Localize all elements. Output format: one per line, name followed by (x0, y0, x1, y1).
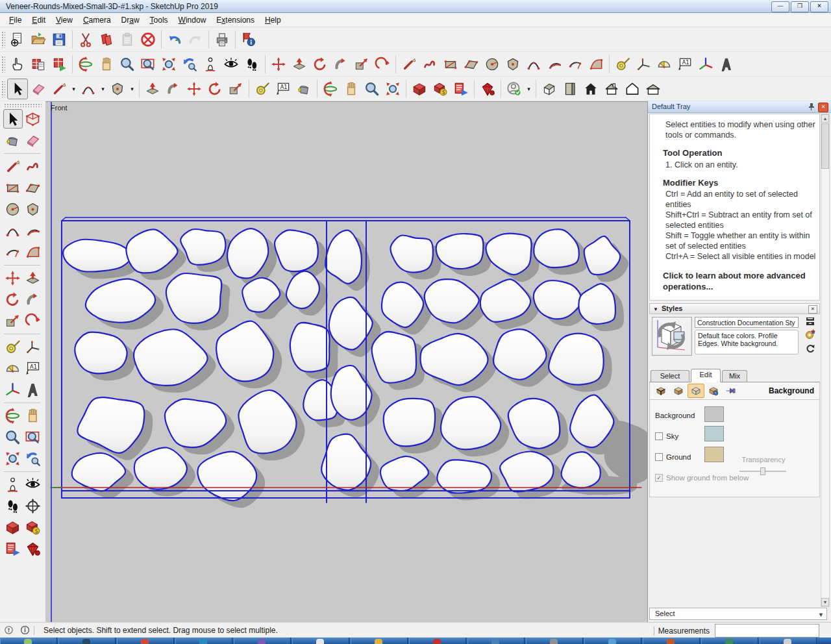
ground-color-swatch[interactable] (704, 447, 724, 462)
axes-button[interactable] (3, 380, 23, 399)
arc-2pt-button[interactable] (3, 221, 23, 240)
arc-button[interactable] (3, 242, 23, 262)
text-button[interactable]: A1 (675, 54, 695, 75)
taskbar-button[interactable] (701, 638, 758, 644)
3d-text-button[interactable] (716, 54, 737, 75)
claim-credits-icon[interactable] (20, 625, 30, 635)
style-description-field[interactable]: Default face colors. Profile Edges. Whit… (695, 330, 799, 354)
pin-icon[interactable] (807, 103, 815, 111)
erase-button[interactable] (138, 29, 158, 50)
menu-item-extensions[interactable]: Extensions (211, 14, 260, 27)
move-button[interactable] (268, 54, 289, 75)
model-canvas[interactable] (45, 102, 647, 623)
previous-view-button[interactable] (179, 54, 200, 75)
paint-bucket-button[interactable] (3, 130, 23, 150)
rotated-rectangle-button[interactable] (461, 54, 482, 75)
menu-item-tools[interactable]: Tools (145, 14, 173, 27)
menu-item-edit[interactable]: Edit (27, 14, 51, 27)
toolbar-grip[interactable] (1, 31, 5, 48)
zoom-button[interactable] (117, 54, 138, 75)
tray-title-bar[interactable]: Default Tray ✕ (648, 101, 831, 113)
orbit-button[interactable] (75, 54, 96, 75)
follow-me-button[interactable] (23, 290, 43, 309)
make-component-button[interactable] (23, 109, 43, 129)
background-color-swatch[interactable] (704, 406, 724, 422)
maximize-button[interactable]: ❐ (791, 1, 809, 12)
account-button[interactable] (504, 79, 525, 99)
paint-bucket-button[interactable] (293, 79, 314, 99)
style-thumbnail[interactable] (652, 317, 692, 356)
edit-background-settings-icon[interactable] (688, 384, 704, 398)
arc-button[interactable] (565, 54, 586, 75)
tray-close-icon[interactable]: ✕ (818, 103, 828, 112)
sky-color-swatch[interactable] (704, 426, 724, 441)
line-tool-dropdown[interactable]: ▾ (69, 79, 78, 99)
tray-bottom-select[interactable]: Select ▼ (649, 608, 827, 620)
line-tool-button[interactable] (49, 79, 69, 99)
windows-taskbar[interactable] (0, 638, 831, 644)
style-name-field[interactable]: Construction Documentation Sty (695, 317, 799, 328)
polygon-button[interactable] (23, 199, 43, 219)
share-component-button[interactable] (451, 79, 471, 99)
3d-warehouse-button[interactable] (409, 79, 430, 99)
protractor-button[interactable] (3, 358, 23, 378)
dimension-button[interactable] (23, 337, 43, 356)
move-button[interactable] (184, 79, 205, 99)
taskbar-button[interactable] (351, 638, 408, 644)
rotate-button[interactable] (310, 54, 330, 75)
edit-face-settings-icon[interactable] (670, 384, 687, 398)
move-button[interactable] (3, 268, 23, 288)
copy-button[interactable] (96, 29, 117, 50)
account-dropdown[interactable]: ▾ (525, 79, 533, 99)
scale-button[interactable] (351, 54, 372, 75)
protractor-button[interactable] (654, 54, 675, 75)
cut-button[interactable] (75, 29, 96, 50)
print-button[interactable] (212, 29, 232, 50)
paste-button[interactable] (117, 29, 138, 50)
pan-button[interactable] (23, 406, 43, 425)
3d-text-button[interactable] (23, 380, 43, 399)
scroll-up-icon[interactable]: ▲ (821, 114, 829, 123)
zoom-extents-button[interactable] (158, 54, 179, 75)
filled-arc-button[interactable] (586, 54, 606, 75)
toolbar-grip[interactable] (1, 56, 5, 73)
zoom-window-button[interactable] (138, 54, 158, 75)
push-pull-button[interactable] (23, 268, 43, 288)
rotate-button[interactable] (205, 79, 225, 99)
pan-button[interactable] (341, 79, 362, 99)
taskbar-button[interactable] (467, 638, 525, 644)
orbit-button[interactable] (3, 406, 23, 425)
line-button[interactable] (3, 156, 23, 176)
follow-me-button[interactable] (330, 54, 351, 75)
taskbar-button[interactable] (0, 638, 57, 644)
edit-edge-settings-icon[interactable] (652, 384, 669, 398)
measurements-input[interactable] (715, 624, 819, 638)
update-style-icon[interactable] (804, 343, 817, 354)
taskbar-button[interactable] (526, 638, 583, 644)
tab-mix[interactable]: Mix (722, 370, 747, 382)
taskbar-button[interactable] (643, 638, 700, 644)
shape-tool-button[interactable] (107, 79, 128, 99)
edit-watermark-settings-icon[interactable] (705, 384, 722, 398)
edit-modeling-settings-icon[interactable] (723, 384, 739, 398)
share-component-button[interactable] (3, 539, 23, 558)
styles-close-icon[interactable]: ✕ (808, 305, 817, 314)
taskbar-button[interactable] (409, 638, 466, 644)
menu-item-help[interactable]: Help (260, 14, 286, 27)
tape-measure-button[interactable] (252, 79, 273, 99)
styles-panel-header[interactable]: ▼ Styles ✕ (649, 303, 820, 314)
view-back-button[interactable] (622, 79, 643, 99)
minimize-button[interactable]: — (771, 1, 789, 12)
offset-button[interactable] (372, 54, 393, 75)
position-camera-button[interactable] (200, 54, 221, 75)
select-tool-button[interactable] (3, 109, 23, 129)
walk-button[interactable] (242, 54, 262, 75)
geolocation-icon[interactable] (4, 625, 14, 635)
menu-item-camera[interactable]: Camera (78, 14, 116, 27)
push-pull-button[interactable] (142, 79, 163, 99)
menu-item-file[interactable]: File (4, 14, 27, 27)
freehand-button[interactable] (23, 156, 43, 176)
ground-checkbox[interactable] (655, 453, 663, 461)
view-iso-button[interactable] (539, 79, 560, 99)
pie-button[interactable] (544, 54, 565, 75)
